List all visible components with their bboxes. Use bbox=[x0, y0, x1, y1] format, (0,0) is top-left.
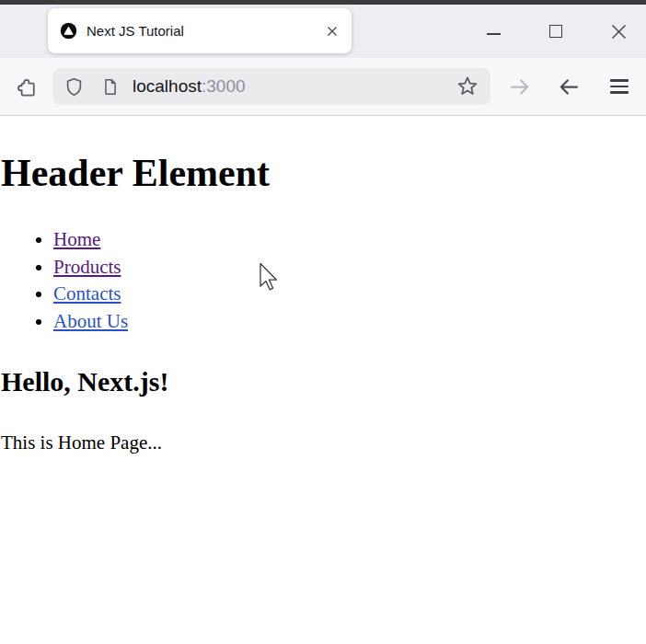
shield-icon[interactable] bbox=[63, 76, 85, 98]
url-host: localhost bbox=[133, 76, 202, 96]
nav-list: Home Products Contacts About Us bbox=[1, 226, 646, 335]
nav-link-home[interactable]: Home bbox=[53, 228, 100, 250]
tab-close-icon[interactable] bbox=[325, 24, 340, 39]
browser-window: Next JS Tutorial bbox=[0, 0, 646, 644]
nav-link-contacts[interactable]: Contacts bbox=[53, 282, 121, 305]
url-text[interactable]: localhost:3000 bbox=[133, 76, 246, 97]
page-content: Header Element Home Products Contacts Ab… bbox=[0, 151, 646, 644]
back-button[interactable] bbox=[552, 68, 585, 105]
url-bar[interactable]: localhost:3000 bbox=[52, 68, 490, 105]
extensions-button[interactable] bbox=[9, 68, 44, 105]
menu-button[interactable] bbox=[603, 68, 636, 105]
tab-strip: Next JS Tutorial bbox=[0, 5, 646, 58]
nav-link-products[interactable]: Products bbox=[53, 256, 121, 278]
nav-list-item: Contacts bbox=[53, 281, 646, 308]
navigation-toolbar: localhost:3000 bbox=[0, 58, 646, 116]
puzzle-icon bbox=[16, 75, 39, 98]
maximize-icon bbox=[549, 25, 562, 38]
tab-title: Next JS Tutorial bbox=[87, 23, 325, 39]
close-button[interactable] bbox=[608, 21, 629, 41]
nav-list-item: Home bbox=[53, 226, 646, 254]
forward-arrow-icon bbox=[507, 75, 532, 99]
body-text: This is Home Page... bbox=[1, 431, 646, 454]
window-controls bbox=[483, 5, 646, 58]
nav-link-about-us[interactable]: About Us bbox=[53, 310, 128, 332]
nextjs-favicon-icon bbox=[60, 22, 77, 40]
minimize-icon bbox=[487, 33, 501, 35]
bookmark-star-icon[interactable] bbox=[456, 75, 479, 98]
page-heading: Header Element bbox=[1, 151, 646, 196]
page-info-icon[interactable] bbox=[100, 77, 120, 97]
nav-list-item: Products bbox=[53, 254, 646, 282]
nav-list-item: About Us bbox=[53, 308, 646, 336]
close-icon bbox=[610, 23, 628, 40]
forward-button[interactable] bbox=[502, 68, 536, 105]
browser-tab[interactable]: Next JS Tutorial bbox=[48, 8, 352, 53]
page-subheading: Hello, Next.js! bbox=[1, 365, 646, 397]
back-arrow-icon bbox=[557, 75, 582, 99]
maximize-button[interactable] bbox=[546, 21, 566, 41]
minimize-button[interactable] bbox=[483, 21, 503, 41]
hamburger-menu-icon bbox=[610, 79, 629, 81]
url-port: :3000 bbox=[202, 76, 246, 96]
